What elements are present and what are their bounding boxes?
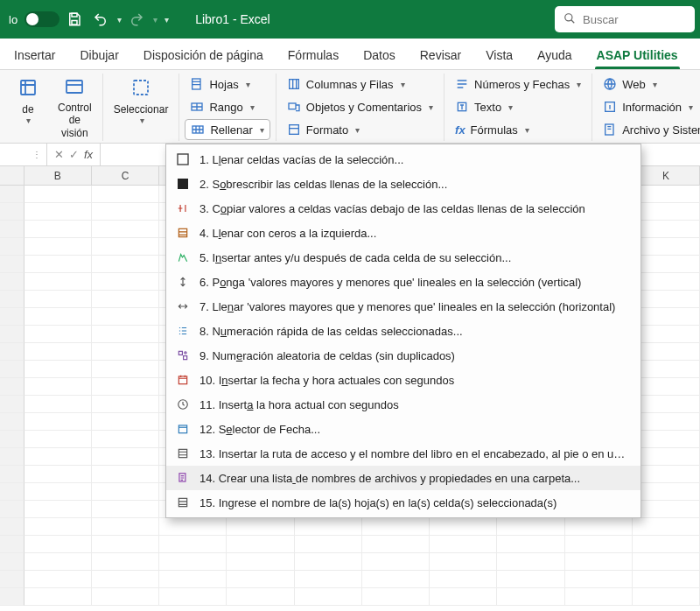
cell[interactable] [227, 518, 294, 536]
cell[interactable] [24, 186, 92, 203]
menu-item[interactable]: 11. Inserta la hora actual con segundos [166, 392, 640, 417]
cancel-icon[interactable]: ✕ [54, 148, 64, 161]
cell[interactable] [24, 378, 92, 396]
menu-item[interactable]: 1. Llenar celdas vacías de la selección.… [166, 147, 640, 172]
cell[interactable] [24, 466, 92, 483]
btn-texto[interactable]: Texto▾ [450, 96, 586, 117]
cell[interactable] [633, 413, 700, 431]
cell[interactable] [633, 448, 700, 466]
cell[interactable] [92, 396, 159, 413]
cell[interactable] [24, 221, 92, 238]
cell[interactable] [633, 466, 700, 483]
row-header[interactable] [0, 186, 24, 203]
btn-informacion[interactable]: Información▾ [598, 96, 700, 117]
ribbon-bigbutton-seleccionar[interactable]: Seleccionar ▾ [108, 74, 174, 141]
cell[interactable] [633, 378, 700, 396]
ribbon-bigbutton-vision[interactable]: Control de visión [52, 74, 97, 141]
cell[interactable] [633, 256, 700, 273]
column-header[interactable]: B [24, 166, 92, 185]
cell[interactable] [633, 273, 700, 291]
select-all-corner[interactable] [0, 166, 24, 185]
btn-objetos[interactable]: Objetos y Comentarios▾ [282, 96, 438, 117]
cell[interactable] [497, 536, 564, 553]
row-header[interactable] [0, 291, 24, 308]
cell[interactable] [92, 431, 159, 448]
cell[interactable] [497, 518, 564, 536]
cell[interactable] [92, 588, 159, 606]
cell[interactable] [159, 588, 227, 606]
cell[interactable] [565, 571, 633, 588]
btn-web[interactable]: Web▾ [598, 74, 700, 95]
cell[interactable] [295, 588, 362, 606]
row-header[interactable] [0, 553, 24, 571]
cell[interactable] [24, 396, 92, 413]
cell[interactable] [92, 291, 159, 308]
cell[interactable] [159, 536, 227, 553]
cell[interactable] [633, 291, 700, 308]
cell[interactable] [633, 396, 700, 413]
cell[interactable] [92, 448, 159, 466]
autosave-toggle[interactable] [24, 11, 60, 27]
search-input[interactable]: Buscar [555, 6, 695, 32]
cell[interactable] [24, 553, 92, 571]
row-header[interactable] [0, 413, 24, 431]
row-header[interactable] [0, 501, 24, 518]
btn-archivo[interactable]: Archivo y Sistema▾ [598, 119, 700, 140]
cell[interactable] [227, 571, 294, 588]
cell[interactable] [633, 501, 700, 518]
row-header[interactable] [0, 343, 24, 361]
cell[interactable] [633, 343, 700, 361]
cell[interactable] [633, 326, 700, 343]
accept-icon[interactable]: ✓ [69, 148, 79, 161]
tab-datos[interactable]: Datos [353, 43, 406, 69]
cell[interactable] [633, 588, 700, 606]
cell[interactable] [497, 571, 564, 588]
cell[interactable] [633, 203, 700, 221]
cell[interactable] [362, 553, 430, 571]
cell[interactable] [633, 431, 700, 448]
row-header[interactable] [0, 518, 24, 536]
cell[interactable] [92, 571, 159, 588]
menu-item[interactable]: 4. Llenar con ceros a la izquierda... [166, 221, 640, 245]
cell[interactable] [24, 536, 92, 553]
cell[interactable] [92, 308, 159, 326]
cell[interactable] [92, 238, 159, 256]
cell[interactable] [633, 553, 700, 571]
cell[interactable] [24, 326, 92, 343]
cell[interactable] [633, 518, 700, 536]
cell[interactable] [92, 378, 159, 396]
row-header[interactable] [0, 308, 24, 326]
cell[interactable] [362, 571, 430, 588]
btn-hojas[interactable]: Hojas▾ [185, 74, 270, 95]
cell[interactable] [565, 536, 633, 553]
column-header[interactable]: K [633, 166, 700, 185]
cell[interactable] [295, 553, 362, 571]
row-header[interactable] [0, 536, 24, 553]
cell[interactable] [362, 536, 430, 553]
cell[interactable] [227, 553, 294, 571]
menu-item[interactable]: 7. Llenar 'valores mayores que y menores… [166, 294, 640, 319]
cell[interactable] [227, 536, 294, 553]
cell[interactable] [633, 361, 700, 378]
cell[interactable] [362, 588, 430, 606]
row-header[interactable] [0, 256, 24, 273]
row-header[interactable] [0, 361, 24, 378]
btn-numeros[interactable]: Números y Fechas▾ [450, 74, 586, 95]
row-header[interactable] [0, 378, 24, 396]
cell[interactable] [92, 273, 159, 291]
save-icon[interactable] [63, 8, 86, 31]
cell[interactable] [497, 553, 564, 571]
menu-item[interactable]: 6. Ponga 'valores mayores y menores que'… [166, 270, 640, 294]
menu-item[interactable]: 14. Crear una lista de nombres de archiv… [166, 466, 640, 490]
btn-formato[interactable]: Formato▾ [282, 119, 438, 140]
cell[interactable] [92, 483, 159, 501]
cell[interactable] [92, 186, 159, 203]
ribbon-bigbutton-1[interactable]: de ▾ [7, 74, 49, 141]
cell[interactable] [92, 221, 159, 238]
cell[interactable] [24, 273, 92, 291]
btn-rellenar[interactable]: Rellenar▾ [185, 119, 270, 140]
cell[interactable] [295, 536, 362, 553]
tab-ayuda[interactable]: Ayuda [527, 43, 582, 69]
undo-icon[interactable] [89, 8, 112, 31]
qat-customize-icon[interactable]: ▾ [164, 15, 169, 25]
